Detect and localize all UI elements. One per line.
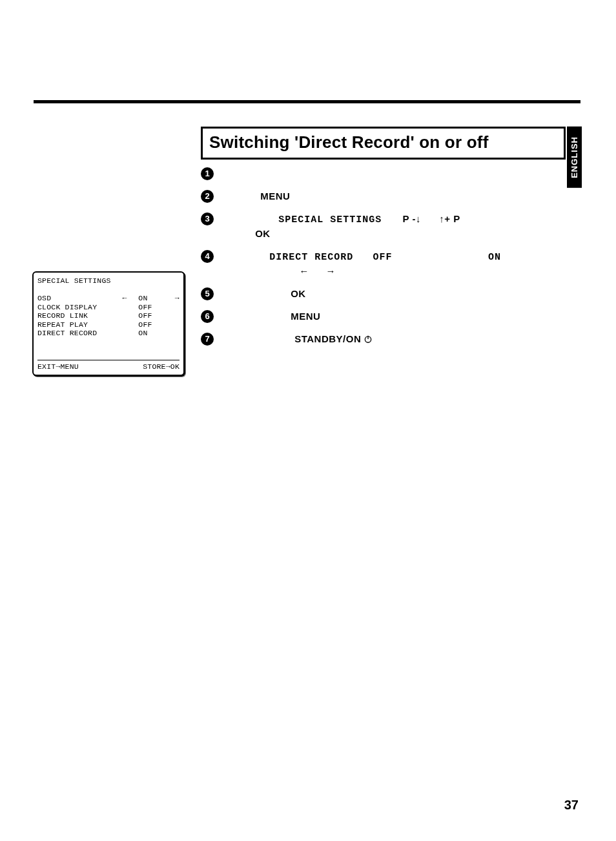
menu-button-label: MENU — [291, 311, 320, 322]
osd-row-value: OFF — [138, 320, 159, 329]
osd-row: REPEAT PLAYOFF — [37, 320, 180, 329]
step-6: 6 MENU — [201, 309, 562, 323]
osd-row-value: ON — [138, 329, 159, 338]
step-7: 7 STANDBY/ON — [201, 332, 562, 346]
osd-row-value: OFF — [138, 303, 159, 312]
right-arrow-icon: → — [326, 265, 336, 276]
right-arrow-icon — [170, 311, 180, 320]
step-2: 2 MENU — [201, 189, 562, 203]
step-4: 4 DIRECT RECORD OFF ON ← → — [201, 249, 562, 278]
left-arrow-icon — [117, 311, 127, 320]
bullet-icon: 1 — [201, 167, 214, 180]
step-5: 5 OK — [201, 287, 562, 300]
osd-row-label: OSD — [37, 294, 105, 303]
bullet-icon: 5 — [201, 287, 214, 300]
osd-row: OSD←ON→ — [37, 294, 180, 303]
direct-record-label: DIRECT RECORD — [269, 252, 353, 263]
top-rule — [34, 100, 580, 103]
osd-title: SPECIAL SETTINGS — [37, 276, 180, 285]
down-arrow-icon: ↓ — [416, 213, 421, 224]
osd-divider — [37, 360, 180, 360]
right-arrow-icon: → — [170, 294, 180, 303]
ok-button-label: OK — [291, 288, 306, 299]
standby-on-label: STANDBY/ON — [294, 333, 361, 344]
osd-row-value: ON — [138, 294, 159, 303]
osd-row-value: OFF — [138, 311, 159, 320]
bullet-icon: 2 — [201, 190, 214, 203]
steps-list: 1 2 MENU 3 SPECIAL SETTINGS P -↓ ↑+ P OK — [201, 167, 562, 355]
osd-screen: SPECIAL SETTINGS OSD←ON→CLOCK DISPLAYOFF… — [32, 271, 185, 376]
bullet-icon: 4 — [201, 250, 214, 263]
bullet-icon: 7 — [201, 333, 214, 346]
osd-row-label: DIRECT RECORD — [37, 329, 105, 338]
right-arrow-icon — [170, 303, 180, 312]
step-3: 3 SPECIAL SETTINGS P -↓ ↑+ P OK — [201, 212, 562, 240]
right-arrow-icon — [170, 329, 180, 338]
special-settings-label: SPECIAL SETTINGS — [278, 214, 382, 225]
osd-footer-left: EXIT→MENU — [37, 362, 79, 371]
osd-row-label: REPEAT PLAY — [37, 320, 105, 329]
osd-row: CLOCK DISPLAYOFF — [37, 303, 180, 312]
power-icon — [364, 335, 373, 344]
bullet-icon: 6 — [201, 310, 214, 323]
left-arrow-icon — [117, 320, 127, 329]
step-1: 1 — [201, 167, 562, 180]
page-number: 37 — [564, 798, 579, 813]
on-value: ON — [488, 252, 501, 263]
left-arrow-icon: ← — [117, 294, 127, 303]
section-title: Switching 'Direct Record' on or off — [209, 132, 557, 152]
section-title-box: Switching 'Direct Record' on or off — [201, 127, 566, 160]
osd-footer-right: STORE→OK — [143, 362, 180, 371]
left-arrow-icon — [117, 329, 127, 338]
menu-button-label: MENU — [260, 191, 290, 202]
p-up-label: ↑+ P — [439, 213, 460, 224]
language-tab: ENGLISH — [567, 127, 582, 188]
left-arrow-icon: ← — [299, 265, 309, 276]
off-value: OFF — [373, 252, 393, 263]
bullet-icon: 3 — [201, 213, 214, 225]
osd-row: DIRECT RECORDON — [37, 329, 180, 338]
osd-row: RECORD LINKOFF — [37, 311, 180, 320]
left-arrow-icon — [117, 303, 127, 312]
osd-row-label: RECORD LINK — [37, 311, 105, 320]
osd-row-label: CLOCK DISPLAY — [37, 303, 105, 312]
ok-button-label: OK — [255, 228, 271, 239]
p-down-label: P -↓ — [403, 213, 421, 224]
right-arrow-icon — [170, 320, 180, 329]
